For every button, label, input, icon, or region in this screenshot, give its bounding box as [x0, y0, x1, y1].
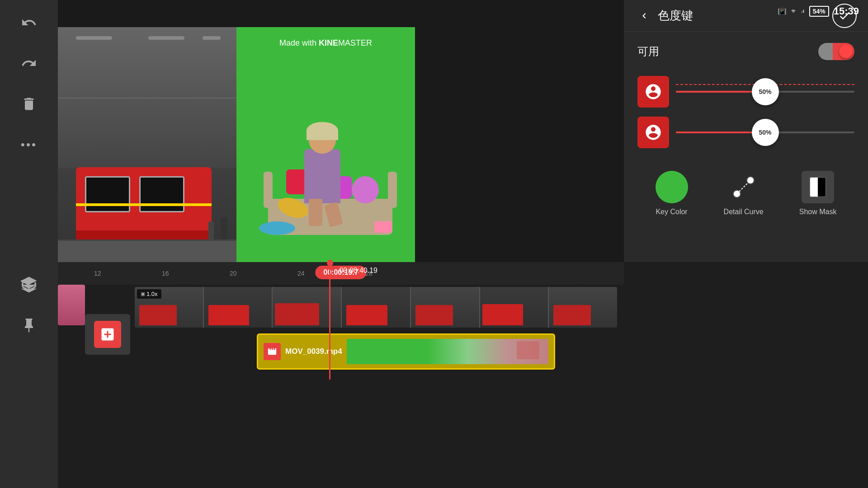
overlay-track[interactable]: MOV_0039.mp4 — [257, 333, 555, 370]
playhead-dot — [327, 260, 333, 266]
ruler-mark-20: 20 — [230, 270, 237, 277]
timeline-area: 12 16 20 24 28 00:00:19.7 00:00:40.19 ▣ … — [0, 262, 868, 488]
ruler-mark-16: 16 — [162, 270, 169, 277]
left-sidebar: ••• — [0, 0, 58, 262]
detail-curve-icon — [727, 171, 760, 203]
vibrate-icon: 📳 — [778, 7, 787, 16]
preview-right: Made with KINEMASTER — [236, 27, 415, 262]
slider1-icon — [637, 76, 669, 108]
enable-row: 可用 — [624, 32, 868, 71]
overlay-clip-name: MOV_0039.mp4 — [285, 347, 342, 356]
track-area: ▣ 1.0x — [58, 285, 868, 375]
ruler-mark-24: 24 — [297, 270, 305, 277]
show-mask-icon — [802, 171, 834, 203]
slider1-knob[interactable]: 50% — [752, 78, 779, 105]
speed-badge: ▣ 1.0x — [137, 289, 161, 299]
slider2-knob[interactable]: 50% — [752, 119, 779, 146]
key-color-label: Key Color — [656, 208, 687, 216]
layer-button[interactable] — [15, 271, 42, 298]
slider2-icon — [637, 117, 669, 148]
slider-row-2: 50% — [637, 117, 854, 148]
insert-clip-icon — [94, 321, 121, 348]
wifi-icon — [791, 6, 796, 16]
key-color-button[interactable]: Key Color — [656, 171, 688, 216]
preview-left — [58, 27, 236, 262]
right-panel: 色度键 可用 50% — [624, 0, 868, 262]
preview-area: Made with KINEMASTER — [58, 27, 415, 262]
toggle-knob — [839, 45, 853, 58]
delete-button[interactable] — [15, 90, 42, 117]
detail-curve-label: Detail Curve — [724, 208, 764, 216]
battery-status: 54% — [809, 6, 829, 17]
left-sidebar-bottom — [0, 262, 58, 488]
sliders-area: 50% 50% — [624, 71, 868, 162]
enable-label: 可用 — [637, 44, 809, 59]
pin-button[interactable] — [15, 312, 42, 339]
clock: 15:39 — [834, 5, 859, 17]
ruler-mark-12: 12 — [94, 270, 101, 277]
left-thumb — [58, 285, 85, 325]
slider1-track[interactable]: 50% — [676, 80, 854, 103]
overlay-track-icon — [264, 343, 281, 360]
slider-row-1: 50% — [637, 76, 854, 108]
timeline-ruler: 12 16 20 24 28 00:00:19.7 00:00:40.19 — [58, 262, 624, 285]
duration-display: 00:00:40.19 — [339, 267, 377, 275]
playhead-line — [329, 260, 330, 380]
show-mask-label: Show Mask — [799, 208, 837, 216]
main-track: ▣ 1.0x — [135, 287, 617, 328]
key-color-icon — [656, 171, 688, 203]
redo-button[interactable] — [15, 50, 42, 77]
more-button[interactable]: ••• — [15, 131, 42, 158]
signal-icon — [800, 6, 805, 16]
insert-clip-button[interactable] — [85, 314, 130, 355]
status-bar: 📳 54% 15:39 — [778, 0, 868, 23]
slider2-track[interactable]: 50% — [676, 121, 854, 144]
back-button[interactable] — [635, 7, 653, 25]
enable-toggle[interactable] — [818, 43, 854, 60]
detail-curve-button[interactable]: Detail Curve — [724, 171, 764, 216]
bottom-controls: Key Color Detail Curve Show Mask — [624, 162, 868, 225]
show-mask-button[interactable]: Show Mask — [799, 171, 837, 216]
undo-button[interactable] — [15, 9, 42, 36]
kinemaster-logo: Made with KINEMASTER — [279, 38, 372, 48]
